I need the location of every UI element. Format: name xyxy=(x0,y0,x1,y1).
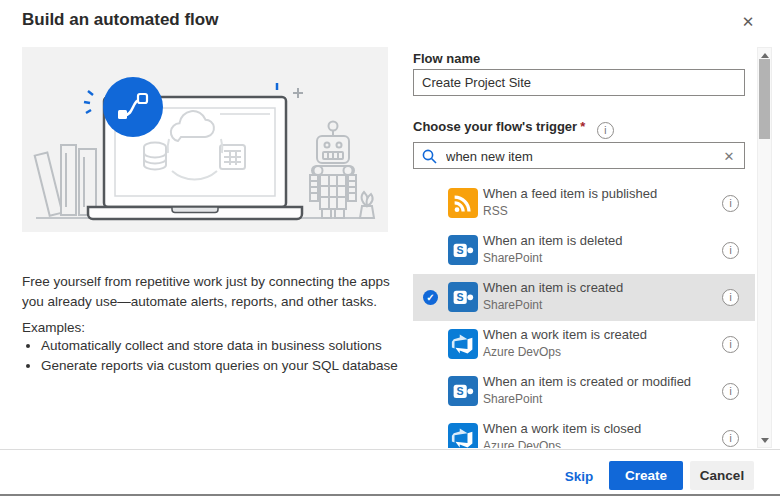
svg-text:S: S xyxy=(457,244,464,256)
examples-label: Examples: xyxy=(22,320,85,335)
flow-name-input[interactable] xyxy=(413,69,745,96)
scrollbar-thumb[interactable] xyxy=(759,59,770,139)
trigger-search-input[interactable] xyxy=(444,143,718,170)
trigger-row-work-item-closed[interactable]: When a work item is closed Azure DevOps … xyxy=(413,415,755,448)
dialog-description: Free yourself from repetitive work just … xyxy=(22,272,408,312)
selected-check-icon: ✓ xyxy=(423,290,438,305)
example-item: Automatically collect and store data in … xyxy=(41,336,433,356)
trigger-title: When a work item is created xyxy=(483,327,647,342)
trigger-service: SharePoint xyxy=(483,392,542,406)
info-icon[interactable]: i xyxy=(722,195,739,212)
trigger-service: Azure DevOps xyxy=(483,345,561,359)
info-icon[interactable]: i xyxy=(722,242,739,259)
examples-list: Automatically collect and store data in … xyxy=(22,336,433,376)
trigger-row-feed-item-published[interactable]: When a feed item is published RSS i xyxy=(413,180,755,227)
window-bottom-edge xyxy=(0,494,780,496)
clear-search-icon[interactable]: ✕ xyxy=(718,145,740,167)
trigger-title: When an item is created xyxy=(483,280,623,295)
sharepoint-icon: S xyxy=(448,376,478,406)
automation-illustration-graphic xyxy=(22,47,388,232)
trigger-title: When an item is created or modified xyxy=(483,374,691,389)
trigger-title: When an item is deleted xyxy=(483,233,622,248)
svg-text:S: S xyxy=(457,385,464,397)
trigger-service: SharePoint xyxy=(483,251,542,265)
flow-name-label: Flow name xyxy=(413,51,480,66)
footer-divider xyxy=(0,449,780,450)
info-icon[interactable]: i xyxy=(597,122,614,139)
info-icon[interactable]: i xyxy=(722,336,739,353)
required-asterisk: * xyxy=(580,119,585,134)
azure-devops-icon xyxy=(448,329,478,359)
trigger-label-text: Choose your flow's trigger xyxy=(413,119,577,134)
build-automated-flow-dialog: Build an automated flow ✕ xyxy=(0,0,780,497)
trigger-list-scrollbar[interactable] xyxy=(757,47,772,448)
example-item: Generate reports via custom queries on y… xyxy=(41,356,433,376)
create-button[interactable]: Create xyxy=(609,461,683,490)
svg-text:S: S xyxy=(457,291,464,303)
search-icon xyxy=(422,149,437,164)
sharepoint-icon: S xyxy=(448,282,478,312)
info-icon[interactable]: i xyxy=(722,289,739,306)
trigger-title: When a work item is closed xyxy=(483,421,641,436)
dialog-title: Build an automated flow xyxy=(22,10,218,30)
trigger-row-work-item-created[interactable]: When a work item is created Azure DevOps… xyxy=(413,321,755,368)
trigger-label: Choose your flow's trigger* i xyxy=(413,119,614,139)
close-icon[interactable]: ✕ xyxy=(736,10,760,34)
trigger-title: When a feed item is published xyxy=(483,186,657,201)
trigger-row-item-deleted[interactable]: S When an item is deleted SharePoint i xyxy=(413,227,755,274)
azure-devops-icon xyxy=(448,423,478,448)
trigger-row-item-created-selected[interactable]: ✓ S When an item is created SharePoint i xyxy=(413,274,755,321)
flow-illustration xyxy=(22,47,388,232)
sharepoint-icon: S xyxy=(448,235,478,265)
trigger-service: SharePoint xyxy=(483,298,542,312)
trigger-service: Azure DevOps xyxy=(483,439,561,448)
skip-button[interactable]: Skip xyxy=(556,462,602,490)
rss-icon xyxy=(448,188,478,218)
info-icon[interactable]: i xyxy=(722,430,739,447)
trigger-service: RSS xyxy=(483,204,508,218)
trigger-list: When a feed item is published RSS i S Wh… xyxy=(413,180,755,448)
scroll-down-icon[interactable] xyxy=(758,434,771,447)
info-icon[interactable]: i xyxy=(722,383,739,400)
cancel-button[interactable]: Cancel xyxy=(690,461,754,490)
trigger-search-box: ✕ xyxy=(413,142,745,169)
trigger-row-item-created-or-modified[interactable]: S When an item is created or modified Sh… xyxy=(413,368,755,415)
